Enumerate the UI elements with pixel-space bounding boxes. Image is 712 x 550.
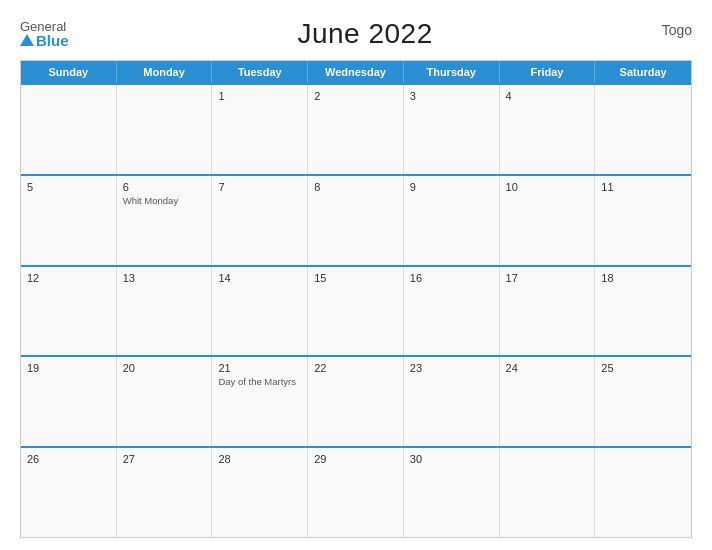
calendar-title: June 2022	[297, 18, 432, 50]
dow-wednesday: Wednesday	[308, 61, 404, 83]
day-cell-6: 6 Whit Monday	[117, 176, 213, 265]
day-cell	[21, 85, 117, 174]
day-cell-2: 2	[308, 85, 404, 174]
logo: General Blue	[20, 20, 69, 48]
day-cell-17: 17	[500, 267, 596, 356]
logo-blue-text: Blue	[20, 33, 69, 48]
day-cell	[595, 448, 691, 537]
week-row-2: 5 6 Whit Monday 7 8 9 10 11	[21, 174, 691, 265]
day-cell-28: 28	[212, 448, 308, 537]
dow-thursday: Thursday	[404, 61, 500, 83]
day-cell-27: 27	[117, 448, 213, 537]
day-cell-16: 16	[404, 267, 500, 356]
dow-header-row: Sunday Monday Tuesday Wednesday Thursday…	[21, 61, 691, 83]
day-cell-15: 15	[308, 267, 404, 356]
dow-tuesday: Tuesday	[212, 61, 308, 83]
dow-monday: Monday	[117, 61, 213, 83]
day-cell	[500, 448, 596, 537]
day-cell-7: 7	[212, 176, 308, 265]
event-day-of-martyrs: Day of the Martyrs	[218, 376, 301, 388]
day-cell-9: 9	[404, 176, 500, 265]
day-cell-11: 11	[595, 176, 691, 265]
country-label: Togo	[662, 22, 692, 38]
day-cell-4: 4	[500, 85, 596, 174]
week-row-3: 12 13 14 15 16 17 18	[21, 265, 691, 356]
calendar-grid: Sunday Monday Tuesday Wednesday Thursday…	[20, 60, 692, 538]
weeks-container: 1 2 3 4 5 6 Whit Monday 7 8 9 10 11	[21, 83, 691, 537]
day-cell-23: 23	[404, 357, 500, 446]
day-cell-12: 12	[21, 267, 117, 356]
week-row-4: 19 20 21 Day of the Martyrs 22 23 24 25	[21, 355, 691, 446]
day-cell-21: 21 Day of the Martyrs	[212, 357, 308, 446]
day-cell-5: 5	[21, 176, 117, 265]
day-cell	[595, 85, 691, 174]
day-cell-20: 20	[117, 357, 213, 446]
day-cell-19: 19	[21, 357, 117, 446]
day-cell-29: 29	[308, 448, 404, 537]
event-whit-monday: Whit Monday	[123, 195, 206, 207]
dow-friday: Friday	[500, 61, 596, 83]
dow-sunday: Sunday	[21, 61, 117, 83]
day-cell-10: 10	[500, 176, 596, 265]
day-cell-14: 14	[212, 267, 308, 356]
day-cell-26: 26	[21, 448, 117, 537]
calendar-page: General Blue June 2022 Togo Sunday Monda…	[0, 0, 712, 550]
day-cell-22: 22	[308, 357, 404, 446]
day-cell-25: 25	[595, 357, 691, 446]
day-cell	[117, 85, 213, 174]
day-cell-30: 30	[404, 448, 500, 537]
dow-saturday: Saturday	[595, 61, 691, 83]
day-cell-18: 18	[595, 267, 691, 356]
logo-triangle-icon	[20, 34, 34, 46]
week-row-1: 1 2 3 4	[21, 83, 691, 174]
day-cell-1: 1	[212, 85, 308, 174]
day-cell-24: 24	[500, 357, 596, 446]
header: General Blue June 2022 Togo	[20, 18, 692, 50]
week-row-5: 26 27 28 29 30	[21, 446, 691, 537]
day-cell-3: 3	[404, 85, 500, 174]
day-cell-8: 8	[308, 176, 404, 265]
day-cell-13: 13	[117, 267, 213, 356]
